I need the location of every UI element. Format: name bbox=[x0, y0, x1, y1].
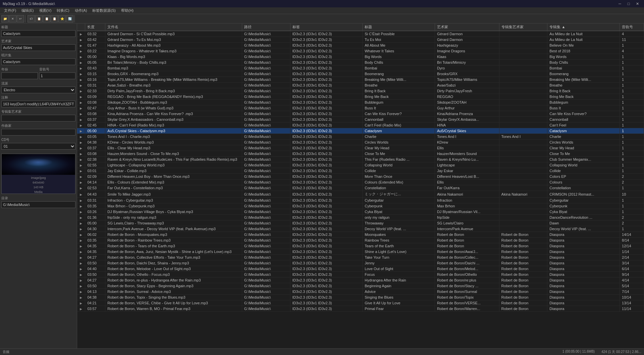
col-title[interactable]: 标题 bbox=[363, 23, 435, 31]
table-row[interactable]: ▶ 02:53 Far Out,Karra - Constellation.mp… bbox=[77, 185, 644, 191]
year-input[interactable] bbox=[1, 72, 38, 79]
table-row[interactable]: ▶ 01:47 Haxhigeaszy - All About Me.mp3 G… bbox=[77, 43, 644, 48]
menu-item-动作a[interactable]: 动作(A) bbox=[72, 7, 90, 14]
table-row[interactable]: ▶ 03:08 Sikdope,ZOOTAH - Bubblegum.mp3 G… bbox=[77, 100, 644, 105]
col-albumartist[interactable]: 专辑集艺术家 bbox=[499, 23, 547, 31]
table-row[interactable]: ▶ 03:37 Skylar Grey,X Ambassadors - Cann… bbox=[77, 117, 644, 122]
menu-item-帮助h[interactable]: 帮助(H) bbox=[118, 7, 136, 14]
table-row[interactable]: ▶ 04:13 Robert de Boron, Surreal - Advic… bbox=[77, 289, 644, 295]
toolbar-tag-btn[interactable]: 🏷 bbox=[28, 15, 35, 22]
table-row[interactable]: ▶ 05:00 SG Lewis,Clairo - Throwaway.mp3 … bbox=[77, 220, 644, 226]
composer-input[interactable] bbox=[1, 129, 75, 136]
table-row[interactable]: ▶ 03:08 Hauzer,Monsters Sound - Close To… bbox=[77, 151, 644, 157]
table-row[interactable]: ▶ 04:38 Robert de Boron, Topix - Singing… bbox=[77, 295, 644, 300]
table-row[interactable]: ▶ 02:55 Lightscape - Collapsing World.mp… bbox=[77, 162, 644, 168]
toolbar-btn6[interactable]: 🔄 bbox=[66, 15, 73, 22]
maximize-button[interactable]: □ bbox=[625, 1, 633, 7]
toolbar-new-btn[interactable]: 📁 bbox=[1, 15, 9, 22]
table-row[interactable]: ▶ 03:42 Gérard Darmon - Tu Es Moi.mp3 G:… bbox=[77, 37, 644, 43]
album-input[interactable] bbox=[1, 58, 75, 65]
menu-item-文件f[interactable]: 文件(F) bbox=[1, 7, 19, 14]
genre-select[interactable]: Electro bbox=[1, 87, 75, 93]
table-row[interactable]: ▶ 03:35 Max Brhon - Cyberpunk.mp3 G:\Med… bbox=[77, 203, 644, 209]
table-row[interactable]: ▶ 05:05 Bri Tolani;Mimicry - Body Chills… bbox=[77, 60, 644, 65]
table-row[interactable]: ▶ 03:26 DJ Blyatman,Russian Village Boys… bbox=[77, 209, 644, 215]
menu-item-视图v[interactable]: 视图(V) bbox=[37, 7, 54, 14]
col-filename[interactable]: 文件名 bbox=[105, 23, 242, 31]
table-row[interactable]: ▶ 01:36 fripSide - only my railgun.mp3 G… bbox=[77, 215, 644, 220]
table-row[interactable]: ▶ 05:00 Au5,Crystal Skies - Cataclysm.mp… bbox=[77, 128, 644, 134]
col-icon[interactable] bbox=[77, 23, 85, 31]
row-duration: 05:00 bbox=[85, 54, 105, 60]
row-path: G:\Media\Music\ bbox=[242, 283, 290, 289]
comment-input[interactable] bbox=[1, 101, 75, 107]
row-album: Diaspora bbox=[547, 289, 620, 295]
table-row[interactable]: ▶ 03:50 Robert de Boron, Othello - Focus… bbox=[77, 272, 644, 277]
row-status-icon: ▶ bbox=[77, 151, 85, 157]
col-track[interactable]: 音轨号 bbox=[620, 23, 644, 31]
toolbar-btn4[interactable]: 📋 bbox=[51, 15, 58, 22]
col-duration[interactable]: 长度 bbox=[85, 23, 105, 31]
dir-input[interactable] bbox=[1, 201, 75, 208]
table-row[interactable]: ▶ 03:43 Bombai.mp3 G:\Media\Music\ ID3v2… bbox=[77, 65, 644, 71]
table-row[interactable]: ▶ 03:16 Topic,A7S,Mike Williams - Breaki… bbox=[77, 77, 644, 83]
table-row[interactable]: ▶ 03:50 Robert de Boron, Daichi Diez, Sh… bbox=[77, 260, 644, 266]
table-row[interactable]: ▶ 06:02 Robert de Boron - Moonquakes.mp3… bbox=[77, 232, 644, 238]
row-title: Advice bbox=[363, 289, 435, 295]
table-row[interactable]: ▶ 04:43 Smile To Mike Jagger.mp3 G:\Medi… bbox=[77, 191, 644, 198]
table-row[interactable]: ▶ 03:37 Ellis - Clear My Head.mp3 G:\Med… bbox=[77, 145, 644, 151]
table-row[interactable]: ▶ 05:00 Klaas - Big Words.mp3 G:\Media\M… bbox=[77, 54, 644, 60]
row-albumartist bbox=[499, 145, 547, 151]
col-tag[interactable]: 标签 bbox=[290, 23, 363, 31]
table-row[interactable]: ▶ 02:33 Dirty Palm,JayyFresh - Bring It … bbox=[77, 88, 644, 94]
row-path: G:\Media\Music\ bbox=[242, 300, 290, 306]
row-duration: 03:01 bbox=[85, 168, 105, 174]
menu-item-标签数据源s[interactable]: 标签数据源(S) bbox=[90, 7, 118, 14]
artist-input[interactable] bbox=[1, 44, 75, 51]
track-input[interactable] bbox=[39, 72, 76, 79]
menu-item-转换c[interactable]: 转换(C) bbox=[54, 7, 72, 14]
table-row[interactable]: ▶ 03:32 Gérard Darmon - Si C'Était Possi… bbox=[77, 31, 644, 37]
col-album[interactable]: 专辑集 ▲ bbox=[547, 23, 620, 31]
table-row[interactable]: ▶ 02:45 HINA - Can't Feel (Radio Mix).mp… bbox=[77, 122, 644, 128]
table-row[interactable]: ▶ 03:01 Jay Eskar - Collide.mp3 G:\Media… bbox=[77, 168, 644, 174]
menu-item-编辑e[interactable]: 编辑(E) bbox=[19, 7, 37, 14]
table-row[interactable]: ▶ 04:35 Robert de Boron, Awa, Junz, Nesi… bbox=[77, 249, 644, 255]
table-row[interactable]: ▶ 04:40 Robert de Boron, Melodoe - Love … bbox=[77, 266, 644, 272]
table-row[interactable]: ▶ 03:05 Tones And I - Charlie.mp3 G:\Med… bbox=[77, 134, 644, 140]
table-row[interactable]: ▶ 04:27 Robert de Boron, Collective Effo… bbox=[77, 255, 644, 260]
col-path[interactable]: 路径 bbox=[242, 23, 290, 31]
toolbar-save-btn[interactable]: ↩ bbox=[17, 15, 24, 22]
table-row[interactable]: ▶ 03:31 Infraction - Cyberguitar.mp3 G:\… bbox=[77, 198, 644, 203]
table-row[interactable]: ▶ 04:27 Robert de Boron, re-plus - Hydra… bbox=[77, 277, 644, 283]
table-row[interactable]: ▶ 02:09 Different Heaven,Lost Boy - More… bbox=[77, 174, 644, 180]
table-row[interactable]: ▶ 03:35 Robert de Boron - Rainbow Trees.… bbox=[77, 238, 644, 243]
table-row[interactable]: ▶ 03:31 Avae,Sabzi - Breathe.mp3 G:\Medi… bbox=[77, 83, 644, 88]
table-row[interactable]: ▶ 04:38 KDrew - Circles Worlds.mp3 G:\Me… bbox=[77, 140, 644, 145]
table-row[interactable]: ▶ 03:50 Robert de Boron, Stacy Epps - Be… bbox=[77, 283, 644, 289]
toolbar-btn3[interactable]: 📋 bbox=[43, 15, 50, 22]
col-artist[interactable]: 艺术家 bbox=[435, 23, 499, 31]
albumartist-input[interactable] bbox=[1, 115, 75, 121]
toolbar-btn5[interactable]: ⭐ bbox=[58, 15, 66, 22]
table-row[interactable]: ▶ 03:09 REGGAO - Bring Me Back (REGGAO&A… bbox=[77, 94, 644, 100]
table-row[interactable]: ▶ 04:21 Robert de Boron, VERSE, Chlöe - … bbox=[77, 300, 644, 306]
toolbar-btn2[interactable]: 📋 bbox=[35, 15, 43, 22]
title-input[interactable] bbox=[1, 30, 75, 37]
table-row[interactable]: ▶ 04:30 Intercom,Park Avenue - Decoy Wor… bbox=[77, 226, 644, 232]
row-duration: 04:40 bbox=[85, 266, 105, 272]
close-button[interactable]: ✕ bbox=[633, 1, 641, 7]
table-row[interactable]: ▶ 04:14 Ellis - Colours (Extended Mix).m… bbox=[77, 180, 644, 185]
minimize-button[interactable]: ─ bbox=[616, 1, 624, 7]
table-row[interactable]: ▶ 03:15 Brooks,GRX - Boomerang.mp3 G:\Me… bbox=[77, 71, 644, 77]
toolbar-open-btn[interactable]: ✕ bbox=[9, 15, 16, 22]
table-row[interactable]: ▶ 04:35 Robert de Boron - Tears of the E… bbox=[77, 243, 644, 249]
file-table-container[interactable]: 长度 文件名 路径 标签 标题 艺术家 专辑集艺术家 专辑集 ▲ 音轨号 ▶ 0… bbox=[77, 23, 644, 348]
table-row[interactable]: ▶ 02:47 Guy Arthur - Buss It (w Whats Gu… bbox=[77, 105, 644, 111]
cd-select[interactable]: 01 bbox=[1, 143, 75, 150]
album-art-container[interactable]: image/jpeg 640x640 143 KB Media bbox=[1, 154, 75, 194]
table-row[interactable]: ▶ 03:22 Imagine Dragons - Whatever It Ta… bbox=[77, 48, 644, 54]
table-row[interactable]: ▶ 03:08 Kina,Adriana Proenza - Can We Ki… bbox=[77, 111, 644, 117]
table-row[interactable]: ▶ 02:38 Raven & Kreyn,Nino Lucarelli,Rud… bbox=[77, 157, 644, 162]
table-row[interactable]: ▶ 03:57 Robert de Boron, Warren B, MO - … bbox=[77, 306, 644, 312]
